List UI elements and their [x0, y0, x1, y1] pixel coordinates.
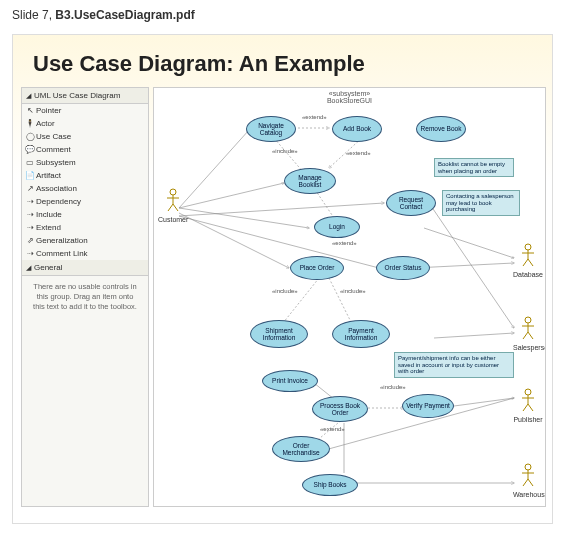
tool-actor[interactable]: 🕴Actor: [22, 117, 148, 130]
svg-line-31: [523, 259, 528, 266]
usecase-order-merchandise[interactable]: Order Merchandise: [272, 436, 330, 462]
usecase-shipment-info[interactable]: Shipment Information: [250, 320, 308, 348]
usecase-process-book-order[interactable]: Process Book Order: [312, 396, 368, 422]
stereo-extend-3: «extend»: [332, 240, 357, 246]
svg-line-4: [179, 203, 384, 216]
slide-title: Use Case Diagram: An Example: [13, 35, 552, 87]
page-header: Slide 7, B3.UseCaseDiagram.pdf: [0, 0, 565, 30]
toolbox-group-label: General: [34, 263, 62, 272]
usecase-verify-payment[interactable]: Verify Payment: [402, 394, 454, 418]
toolbox-group-uml[interactable]: ◢ UML Use Case Diagram: [22, 88, 148, 104]
stereo-include-1: «include»: [272, 148, 298, 154]
svg-line-19: [429, 203, 514, 328]
tool-include[interactable]: ⇢Include: [22, 208, 148, 221]
svg-line-47: [528, 479, 533, 486]
usecase-request-contact[interactable]: Request Contact: [386, 190, 436, 216]
usecase-ship-books[interactable]: Ship Books: [302, 474, 358, 496]
tool-comment[interactable]: 💬Comment: [22, 143, 148, 156]
usecase-place-order[interactable]: Place Order: [290, 256, 344, 280]
stereo-include-3: «include»: [340, 288, 366, 294]
usecase-add-book[interactable]: Add Book: [332, 116, 382, 142]
tool-dependency[interactable]: ⇢Dependency: [22, 195, 148, 208]
actor-database[interactable]: Database: [513, 243, 543, 278]
tool-extend[interactable]: ⇢Extend: [22, 221, 148, 234]
note-contact-sales[interactable]: Contacting a salesperson may lead to boo…: [442, 190, 520, 216]
usecase-navigate-catalog[interactable]: Navigate Catalog: [246, 116, 296, 142]
actor-customer[interactable]: Customer: [158, 188, 188, 223]
commentlink-icon: ⇢: [26, 250, 34, 258]
svg-line-37: [528, 332, 533, 339]
svg-line-7: [274, 138, 304, 173]
tool-artifact[interactable]: 📄Artifact: [22, 169, 148, 182]
svg-point-28: [525, 244, 531, 250]
svg-line-41: [523, 404, 528, 411]
stereo-include-2: «include»: [272, 288, 298, 294]
collapse-icon: ◢: [26, 92, 31, 100]
stereo-extend-2: «extend»: [346, 150, 371, 156]
svg-line-1: [179, 183, 284, 208]
toolbox-panel: ◢ UML Use Case Diagram ↖Pointer 🕴Actor ◯…: [21, 87, 149, 507]
slide-prefix: Slide 7,: [12, 8, 55, 22]
pointer-icon: ↖: [26, 107, 34, 115]
svg-line-26: [168, 204, 173, 211]
collapse-icon: ◢: [26, 264, 31, 272]
slide-container: Use Case Diagram: An Example ◢ UML Use C…: [12, 34, 553, 524]
association-icon: ↗: [26, 185, 34, 193]
toolbox-group-general[interactable]: ◢ General: [22, 260, 148, 276]
svg-line-2: [179, 208, 309, 228]
usecase-login[interactable]: Login: [314, 216, 360, 238]
stereo-extend-1: «extend»: [302, 114, 327, 120]
note-booklist-empty[interactable]: Booklist cannot be empty when placing an…: [434, 158, 514, 177]
dependency-icon: ⇢: [26, 198, 34, 206]
note-payment-ship[interactable]: Payment/shipment info can be either save…: [394, 352, 514, 378]
svg-point-43: [525, 464, 531, 470]
tool-commentlink[interactable]: ⇢Comment Link: [22, 247, 148, 260]
slide-filename: B3.UseCaseDiagram.pdf: [55, 8, 194, 22]
stereo-extend-4: «extend»: [320, 426, 345, 432]
actor-warehouse[interactable]: Warehouse: [513, 463, 543, 498]
tool-usecase[interactable]: ◯Use Case: [22, 130, 148, 143]
tool-pointer[interactable]: ↖Pointer: [22, 104, 148, 117]
usecase-manage-booklist[interactable]: Manage Booklist: [284, 168, 336, 194]
actor-publisher[interactable]: Publisher: [513, 388, 543, 423]
usecase-order-status[interactable]: Order Status: [376, 256, 430, 280]
usecase-payment-info[interactable]: Payment Information: [332, 320, 390, 348]
usecase-remove-book[interactable]: Remove Book: [416, 116, 466, 142]
svg-line-36: [523, 332, 528, 339]
svg-point-33: [525, 317, 531, 323]
svg-point-38: [525, 389, 531, 395]
toolbox-group-label: UML Use Case Diagram: [34, 91, 120, 100]
svg-line-14: [424, 228, 514, 258]
diagram-canvas[interactable]: «subsystem» BookStoreGUI: [153, 87, 546, 507]
actor-salesperson[interactable]: Salesperson: [513, 316, 543, 351]
artifact-icon: 📄: [26, 172, 34, 180]
svg-line-46: [523, 479, 528, 486]
svg-line-16: [434, 333, 514, 338]
svg-point-23: [170, 189, 176, 195]
subsystem-icon: ▭: [26, 159, 34, 167]
include-icon: ⇢: [26, 211, 34, 219]
slide-content: ◢ UML Use Case Diagram ↖Pointer 🕴Actor ◯…: [13, 87, 552, 507]
generalization-icon: ⇗: [26, 237, 34, 245]
svg-line-32: [528, 259, 533, 266]
stereo-include-4: «include»: [380, 384, 406, 390]
svg-line-27: [173, 204, 178, 211]
tool-subsystem[interactable]: ▭Subsystem: [22, 156, 148, 169]
toolbox-empty-message: There are no usable controls in this gro…: [22, 276, 148, 317]
extend-icon: ⇢: [26, 224, 34, 232]
tool-association[interactable]: ↗Association: [22, 182, 148, 195]
comment-icon: 💬: [26, 146, 34, 154]
usecase-icon: ◯: [26, 133, 34, 141]
usecase-print-invoice[interactable]: Print Invoice: [262, 370, 318, 392]
actor-icon: 🕴: [26, 120, 34, 128]
svg-line-0: [179, 130, 249, 208]
tool-generalization[interactable]: ⇗Generalization: [22, 234, 148, 247]
svg-line-42: [528, 404, 533, 411]
